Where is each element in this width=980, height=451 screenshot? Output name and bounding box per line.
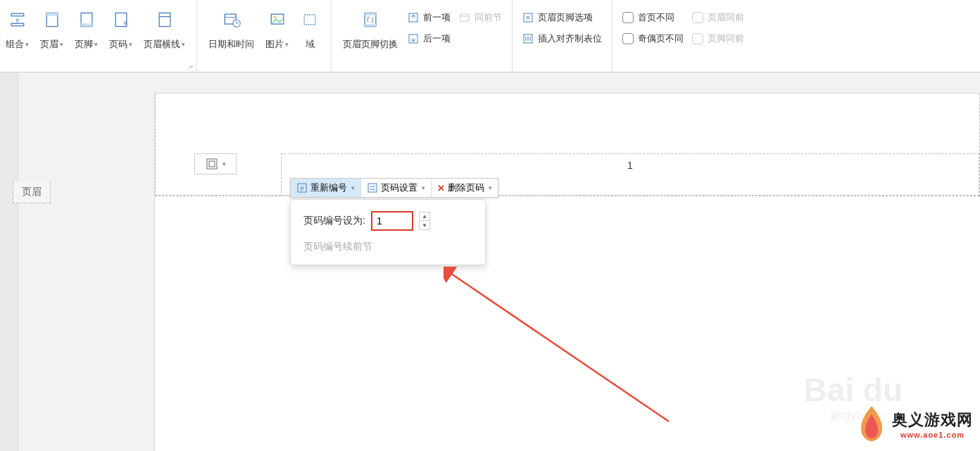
footer-button[interactable]: 页脚▾ (69, 6, 103, 68)
page-number-display[interactable]: 1 (627, 160, 633, 171)
tab-icon (522, 33, 534, 44)
header-footer-options-button[interactable]: 页眉页脚选项 (518, 8, 606, 27)
footer-icon (77, 10, 96, 30)
delete-icon: ✕ (437, 183, 445, 193)
header-edit-area[interactable]: ▾ 1 (155, 94, 980, 196)
next-section-button[interactable]: 后一项 (403, 30, 455, 48)
renumber-button[interactable]: # 重新编号 ▾ (291, 179, 361, 197)
sameprev-label: 同前节 (475, 11, 502, 24)
renumber-popup: 页码编号设为: ▲ ▼ 页码编号续前节 (290, 199, 486, 265)
separator (196, 0, 197, 72)
headerline-icon (155, 10, 175, 30)
svg-text:#: # (123, 19, 127, 27)
oddeven-label: 奇偶页不同 (638, 32, 684, 45)
picture-label: 图片 (265, 38, 284, 51)
insert-align-tab-button[interactable]: 插入对齐制表位 (518, 30, 606, 48)
ribbon-group-nav: 页眉页脚切换 前一项 后一项 同前节 (333, 0, 510, 72)
switch-icon (360, 10, 380, 30)
group-expand-icon[interactable]: ⌐ (189, 63, 194, 70)
separator (331, 0, 332, 72)
chevron-down-icon: ▾ (129, 41, 132, 48)
number-spinner: ▲ ▼ (419, 212, 430, 230)
combo-label: 组合 (6, 38, 24, 51)
odd-even-diff-checkbox[interactable]: 奇偶页不同 (618, 30, 688, 48)
svg-rect-4 (46, 13, 58, 15)
prev-section-button[interactable]: 前一项 (403, 8, 455, 27)
delete-label: 删除页码 (448, 182, 484, 194)
settings-label: 页码设置 (381, 182, 417, 194)
chevron-down-icon: ▾ (422, 184, 425, 191)
datetime-button[interactable]: 日期和时间 (203, 6, 260, 68)
renumber-icon: # (296, 182, 308, 193)
separator (612, 0, 612, 72)
header-icon (42, 10, 62, 30)
svg-rect-0 (11, 13, 24, 16)
settings-icon (367, 182, 378, 193)
delete-pagenum-button[interactable]: ✕ 删除页码 ▾ (432, 179, 498, 197)
ribbon-group-options: 页眉页脚选项 插入对齐制表位 (514, 0, 610, 72)
footersame-label: 页脚同前 (708, 32, 744, 45)
header-button[interactable]: 页眉▾ (34, 6, 69, 68)
svg-rect-26 (524, 13, 532, 22)
ribbon: # 组合▾ 页眉▾ 页脚▾ # 页码▾ 页眉横线▾ ⌐ 日期和时间 图片▾ (0, 0, 980, 72)
chevron-down-icon: ▾ (351, 184, 355, 191)
workspace: ▾ 1 页眉 # 重新编号 ▾ 页码设置 ▾ ✕ 删除页码 ▾ 页码编号设为: (0, 72, 980, 451)
link-icon (459, 12, 470, 23)
chevron-down-icon: ▾ (222, 160, 226, 167)
next-icon (408, 33, 419, 44)
ribbon-group-header-footer: # 组合▾ 页眉▾ 页脚▾ # 页码▾ 页眉横线▾ ⌐ (0, 0, 195, 72)
field-button[interactable]: 域 (294, 6, 325, 68)
calendar-clock-icon (222, 10, 241, 30)
headerline-label: 页眉横线 (144, 38, 180, 51)
svg-rect-20 (365, 13, 376, 15)
checkbox-icon (622, 12, 634, 23)
svg-rect-18 (304, 15, 315, 25)
logo-main-text: 奥义游戏网 (892, 409, 973, 431)
site-logo-badge: 奥义游戏网 www.aoe1.com (855, 405, 973, 444)
left-gutter (0, 72, 18, 451)
svg-text:#: # (15, 17, 19, 24)
combo-button[interactable]: # 组合▾ (0, 6, 34, 68)
align-label: 插入对齐制表位 (538, 32, 602, 45)
next-label: 后一项 (423, 32, 451, 45)
svg-rect-1 (11, 23, 24, 26)
options-label: 页眉页脚选项 (538, 11, 593, 24)
svg-rect-21 (365, 24, 376, 27)
headerline-button[interactable]: 页眉横线▾ (138, 6, 191, 68)
switch-button[interactable]: 页眉页脚切换 (337, 6, 403, 68)
svg-line-39 (449, 272, 669, 421)
renumber-label: 重新编号 (310, 182, 347, 194)
field-icon (300, 10, 320, 30)
svg-rect-36 (368, 184, 377, 192)
page-settings-button[interactable]: 页码设置 ▾ (361, 179, 432, 197)
chevron-down-icon: ▾ (489, 184, 492, 191)
svg-rect-33 (209, 161, 215, 167)
footer-same-checkbox: 页脚同前 (688, 30, 748, 48)
separator (512, 0, 513, 72)
page-start-number-input[interactable] (371, 211, 413, 231)
picture-icon (268, 10, 287, 30)
checkbox-icon (692, 12, 703, 23)
svg-rect-24 (460, 14, 469, 21)
checkbox-icon (692, 33, 703, 44)
page-number-mini-toolbar: # 重新编号 ▾ 页码设置 ▾ ✕ 删除页码 ▾ (290, 178, 498, 198)
prev-label: 前一项 (423, 11, 451, 24)
chevron-down-icon: ▾ (60, 41, 63, 48)
continue-prev-link[interactable]: 页码编号续前节 (303, 241, 472, 253)
svg-rect-9 (159, 13, 170, 26)
ribbon-group-insert: 日期和时间 图片▾ 域 (199, 0, 329, 72)
pagenum-button[interactable]: # 页码▾ (103, 6, 138, 68)
spinner-up-button[interactable]: ▲ (420, 212, 429, 221)
checkbox-icon (622, 33, 634, 44)
first-page-diff-checkbox[interactable]: 首页不同 (618, 8, 688, 27)
svg-text:#: # (300, 185, 303, 192)
chevron-down-icon: ▾ (94, 41, 98, 48)
spinner-down-button[interactable]: ▼ (420, 221, 429, 229)
anchor-widget[interactable]: ▾ (194, 153, 237, 174)
firstdiff-label: 首页不同 (638, 11, 674, 24)
logo-sub-text: www.aoe1.com (900, 431, 965, 439)
picture-button[interactable]: 图片▾ (260, 6, 294, 68)
header-label: 页眉 (40, 38, 58, 51)
watermark-brand: Bai du (803, 371, 903, 409)
popup-input-row: 页码编号设为: ▲ ▼ (303, 211, 472, 231)
